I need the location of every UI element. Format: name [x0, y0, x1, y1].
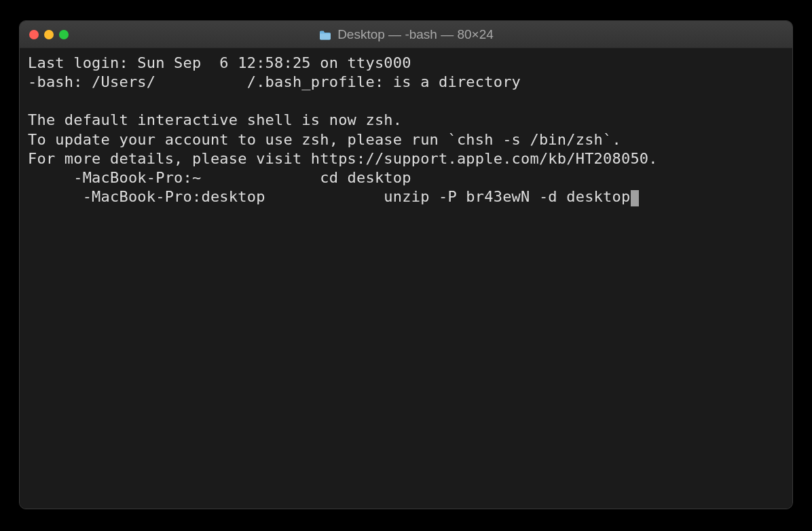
terminal-line: Last login: Sun Sep 6 12:58:25 on ttys00… [28, 54, 411, 71]
terminal-line: To update your account to use zsh, pleas… [28, 131, 621, 148]
terminal-line: -bash: /Users/ /.bash_profile: is a dire… [28, 73, 521, 90]
terminal-window: Desktop — -bash — 80×24 Last login: Sun … [19, 20, 793, 509]
cursor [631, 190, 639, 206]
terminal-line: -MacBook-Pro:~ cd desktop [28, 169, 411, 186]
terminal-line: The default interactive shell is now zsh… [28, 111, 402, 128]
terminal-line: -MacBook-Pro:desktop unzip -P br43ewN -d… [28, 188, 630, 205]
maximize-button[interactable] [59, 30, 69, 39]
terminal-body[interactable]: Last login: Sun Sep 6 12:58:25 on ttys00… [20, 48, 792, 509]
terminal-line: For more details, please visit https://s… [28, 150, 658, 167]
minimize-button[interactable] [44, 30, 54, 39]
traffic-lights [29, 30, 69, 39]
titlebar: Desktop — -bash — 80×24 [20, 21, 792, 48]
folder-icon [318, 29, 332, 40]
window-title-container: Desktop — -bash — 80×24 [20, 27, 792, 42]
window-title: Desktop — -bash — 80×24 [337, 27, 494, 42]
close-button[interactable] [29, 30, 39, 39]
